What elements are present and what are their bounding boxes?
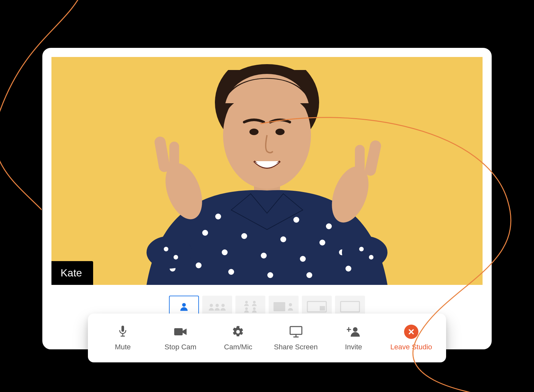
- svg-point-40: [216, 304, 219, 307]
- svg-rect-46: [274, 302, 285, 311]
- share-screen-label: Share Screen: [274, 343, 318, 351]
- svg-point-11: [196, 262, 202, 268]
- svg-rect-51: [121, 326, 124, 332]
- svg-point-34: [359, 247, 364, 251]
- mute-label: Mute: [115, 343, 131, 351]
- four-people-icon: [241, 300, 260, 314]
- svg-point-32: [164, 247, 168, 251]
- close-icon: [404, 325, 418, 339]
- svg-point-15: [345, 266, 351, 272]
- svg-point-33: [174, 255, 178, 259]
- participant-video-placeholder: [120, 70, 414, 285]
- svg-point-38: [182, 303, 186, 307]
- participant-name-chip: Kate: [51, 261, 93, 285]
- svg-point-35: [369, 255, 373, 259]
- svg-point-30: [147, 236, 192, 269]
- camera-icon: [173, 325, 188, 339]
- leave-label: Leave Studio: [390, 343, 432, 351]
- svg-rect-28: [364, 139, 382, 177]
- monitor-icon: [289, 325, 303, 339]
- leave-studio-button[interactable]: Leave Studio: [388, 325, 434, 351]
- svg-point-22: [249, 129, 259, 135]
- svg-point-17: [215, 214, 221, 219]
- mute-button[interactable]: Mute: [100, 325, 146, 351]
- svg-point-58: [353, 327, 358, 332]
- svg-point-5: [241, 233, 247, 239]
- participant-name-label: Kate: [61, 267, 82, 279]
- control-toolbar: Mute Stop Cam Cam/Mic Share Screen Invit: [88, 314, 446, 362]
- video-stage: Kate: [51, 57, 483, 285]
- svg-rect-25: [154, 136, 171, 173]
- svg-point-41: [221, 304, 225, 307]
- svg-rect-54: [174, 328, 183, 335]
- microphone-icon: [116, 325, 130, 339]
- svg-point-47: [289, 303, 292, 306]
- cam-mic-button[interactable]: Cam/Mic: [215, 325, 261, 351]
- svg-rect-29: [355, 145, 365, 174]
- screen-pip-icon: [305, 300, 328, 314]
- svg-point-9: [319, 240, 325, 245]
- studio-window: Kate: [42, 47, 492, 350]
- svg-rect-55: [290, 327, 302, 334]
- gear-icon: [231, 325, 245, 339]
- svg-point-19: [293, 217, 299, 223]
- share-screen-button[interactable]: Share Screen: [273, 325, 319, 351]
- invite-button[interactable]: Invite: [331, 325, 376, 351]
- svg-point-39: [210, 304, 213, 307]
- svg-rect-50: [341, 301, 359, 312]
- svg-point-13: [267, 272, 273, 278]
- single-person-icon: [178, 301, 190, 312]
- svg-point-8: [300, 256, 306, 262]
- screen-only-icon: [339, 300, 361, 314]
- three-people-icon: [207, 302, 227, 311]
- svg-point-44: [245, 307, 248, 310]
- svg-point-45: [253, 307, 256, 310]
- svg-point-3: [202, 230, 208, 236]
- invite-label: Invite: [345, 343, 362, 351]
- svg-point-31: [342, 236, 387, 269]
- svg-point-12: [228, 269, 234, 275]
- cam-mic-label: Cam/Mic: [224, 343, 252, 351]
- stop-cam-label: Stop Cam: [164, 343, 196, 351]
- svg-point-20: [326, 223, 332, 229]
- add-person-icon: [346, 325, 361, 339]
- svg-rect-49: [320, 306, 325, 311]
- svg-point-6: [261, 253, 267, 259]
- svg-point-42: [245, 301, 248, 303]
- stop-cam-button[interactable]: Stop Cam: [158, 325, 203, 351]
- svg-point-4: [222, 249, 228, 255]
- svg-point-7: [280, 236, 286, 242]
- svg-point-14: [306, 272, 312, 278]
- svg-point-23: [275, 129, 285, 135]
- svg-point-43: [253, 301, 256, 303]
- svg-rect-26: [169, 142, 179, 171]
- presenter-side-icon: [272, 300, 295, 314]
